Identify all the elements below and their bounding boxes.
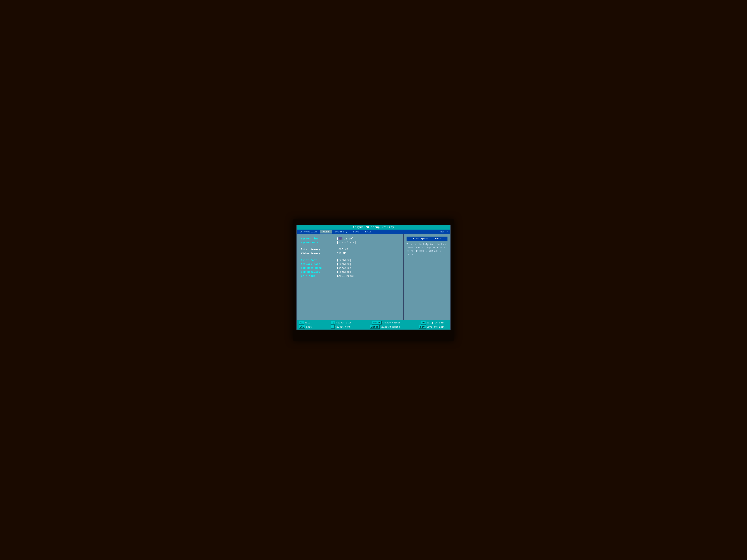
sata-mode-value[interactable]: [AHCI Mode] bbox=[337, 275, 355, 277]
f12-boot-menu-row: F12 Boot Menu [Disabled] bbox=[301, 267, 399, 270]
sata-mode-label[interactable]: SATA Mode bbox=[301, 275, 337, 277]
d2d-recovery-row: D2D Recovery [Enabled] bbox=[301, 271, 399, 273]
key-f9[interactable]: F9 bbox=[421, 321, 426, 324]
network-boot-row: Network Boot [Enabled] bbox=[301, 263, 399, 266]
system-time-value[interactable]: [21:11:26] bbox=[337, 237, 354, 240]
total-memory-row: Total Memory 4096 MB bbox=[301, 248, 399, 251]
status-leftright: ↔ Select Menu bbox=[331, 325, 351, 329]
status-f10: F10 Save and Exit bbox=[419, 325, 445, 329]
video-memory-value: 512 MB bbox=[337, 252, 346, 255]
bios-screen: InsydeH2O Setup Utility Information Main… bbox=[296, 225, 451, 330]
key-f5f6[interactable]: F5/F6 bbox=[372, 321, 382, 324]
f12-boot-menu-label[interactable]: F12 Boot Menu bbox=[301, 267, 337, 270]
video-memory-row: Video Memory: 512 MB bbox=[301, 252, 399, 255]
help-panel-title: Item Specific Help bbox=[407, 237, 447, 241]
menu-information[interactable]: Information bbox=[297, 230, 320, 234]
sata-mode-row: SATA Mode [AHCI Mode] bbox=[301, 275, 399, 277]
quiet-boot-label[interactable]: Quiet Boot bbox=[301, 259, 337, 262]
total-memory-value: 4096 MB bbox=[337, 248, 348, 251]
d2d-recovery-value[interactable]: [Enabled] bbox=[337, 271, 351, 273]
status-f5f6: F5/F6 Change Values bbox=[372, 321, 401, 324]
key-enter[interactable]: Enter bbox=[370, 325, 380, 329]
system-date-label[interactable]: System Date bbox=[301, 241, 337, 244]
system-date-row: System Date [02/25/2019] bbox=[301, 241, 399, 244]
menu-exit[interactable]: Exit bbox=[362, 230, 375, 234]
status-bar-row-2: ESC Exit ↔ Select Menu Enter Select►SubM… bbox=[299, 325, 448, 329]
video-memory-label: Video Memory: bbox=[301, 252, 337, 255]
system-time-label[interactable]: System Time bbox=[301, 237, 337, 240]
menu-boot[interactable]: Boot bbox=[350, 230, 362, 234]
menu-bar-rev: Rev. 4 bbox=[440, 231, 450, 233]
spacer-2 bbox=[301, 256, 399, 259]
desc-setup-default: Setup Default bbox=[427, 322, 445, 324]
quiet-boot-row: Quiet Boot [Enabled] bbox=[301, 259, 399, 262]
desc-select-menu: Select Menu bbox=[335, 326, 351, 328]
title-bar: InsydeH2O Setup Utility bbox=[297, 225, 450, 230]
help-panel: Item Specific Help This is the help for … bbox=[404, 234, 450, 320]
key-leftright: ↔ bbox=[331, 325, 335, 329]
menu-security[interactable]: Security bbox=[332, 230, 350, 234]
key-f1[interactable]: F1 bbox=[299, 321, 304, 324]
total-memory-label: Total Memory bbox=[301, 248, 337, 251]
status-f9: F9 Setup Default bbox=[421, 321, 445, 324]
status-updown: ↑↓ Select Item bbox=[331, 321, 352, 324]
network-boot-value[interactable]: [Enabled] bbox=[337, 263, 351, 266]
system-date-value[interactable]: [02/25/2019] bbox=[337, 241, 356, 244]
system-time-hour[interactable]: 21 bbox=[338, 237, 342, 240]
system-time-row: System Time [21:11:26] bbox=[301, 237, 399, 240]
status-bar-row-1: F1 Help ↑↓ Select Item F5/F6 Change Valu… bbox=[299, 321, 448, 324]
key-f10[interactable]: F10 bbox=[419, 325, 426, 329]
f12-boot-menu-value[interactable]: [Disabled] bbox=[337, 267, 353, 270]
quiet-boot-value[interactable]: [Enabled] bbox=[337, 259, 351, 262]
desc-select-item: Select Item bbox=[336, 322, 352, 324]
menu-main[interactable]: Main bbox=[320, 230, 332, 234]
key-updown: ↑↓ bbox=[331, 321, 336, 324]
desc-save-exit: Save and Exit bbox=[427, 326, 445, 328]
network-boot-label[interactable]: Network Boot bbox=[301, 263, 337, 266]
desc-change-values: Change Values bbox=[383, 322, 401, 324]
desc-submenu: Select►SubMenu bbox=[381, 326, 400, 328]
content-area: System Time [21:11:26] System Date [02/2… bbox=[297, 234, 450, 320]
status-bar: F1 Help ↑↓ Select Item F5/F6 Change Valu… bbox=[297, 320, 450, 329]
desc-help: Help bbox=[305, 322, 310, 324]
key-esc[interactable]: ESC bbox=[299, 325, 305, 329]
main-panel: System Time [21:11:26] System Date [02/2… bbox=[297, 234, 404, 320]
status-enter: Enter Select►SubMenu bbox=[370, 325, 400, 329]
title-text: InsydeH2O Setup Utility bbox=[353, 226, 394, 229]
status-f1: F1 Help bbox=[299, 321, 310, 324]
menu-bar: Information Main Security Boot Exit Rev.… bbox=[297, 230, 450, 234]
desc-exit: Exit bbox=[306, 326, 312, 328]
help-panel-text: This is the help for the hour field. Val… bbox=[407, 243, 447, 257]
screen-bezel: InsydeH2O Setup Utility Information Main… bbox=[293, 219, 454, 341]
spacer-1 bbox=[301, 245, 399, 248]
status-esc: ESC Exit bbox=[299, 325, 312, 329]
d2d-recovery-label[interactable]: D2D Recovery bbox=[301, 271, 337, 273]
